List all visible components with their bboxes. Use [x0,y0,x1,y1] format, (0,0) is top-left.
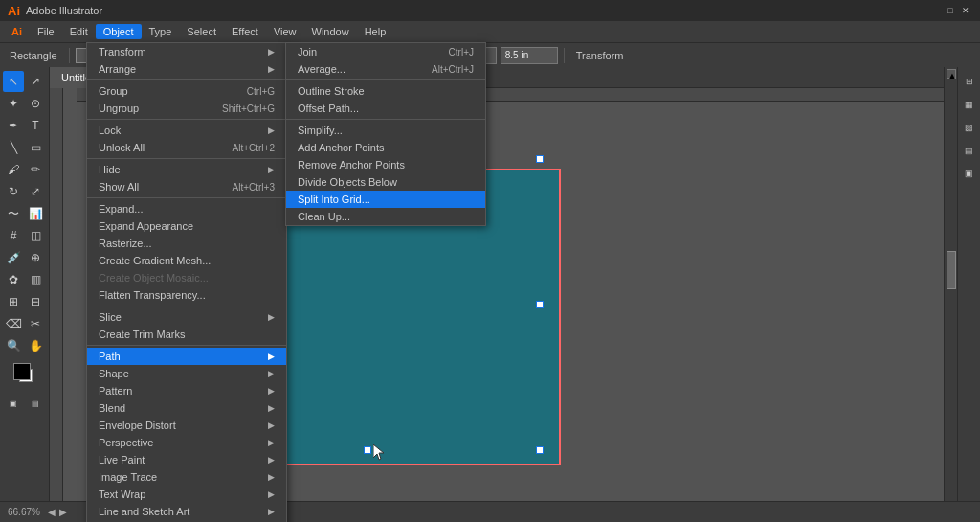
path-simplify[interactable]: Simplify... [286,122,485,139]
menu-perspective[interactable]: Perspective▶ [87,434,286,451]
lasso-tool[interactable]: ⊙ [25,93,46,114]
menu-transform[interactable]: Transform▶ [87,43,286,60]
menu-group[interactable]: GroupCtrl+G [87,82,286,100]
path-split-grid[interactable]: Split Into Grid... [286,191,485,208]
zoom-tool[interactable]: 🔍 [3,335,24,356]
menu-shape[interactable]: Shape▶ [87,365,286,382]
menu-expand-appearance[interactable]: Expand Appearance [87,217,286,235]
menu-image-trace[interactable]: Image Trace▶ [87,468,286,486]
path-dropdown: JoinCtrl+J Average...Alt+Ctrl+J Outline … [285,42,486,226]
tool-row: 〜 📊 [3,203,46,224]
close-button[interactable]: ✕ [959,4,972,17]
menu-live-paint[interactable]: Live Paint▶ [87,451,286,468]
slice-tool[interactable]: ⊟ [25,291,46,312]
rotate-tool[interactable]: ↻ [3,181,24,202]
menu-unlock-all[interactable]: Unlock AllAlt+Ctrl+2 [87,139,286,156]
panel-btn-4[interactable]: ▤ [959,140,980,161]
path-join[interactable]: JoinCtrl+J [286,43,485,60]
artboard-tool[interactable]: ⊞ [3,291,24,312]
pencil-tool[interactable]: ✏ [25,159,46,180]
vertical-scrollbar[interactable]: ▲ [944,67,957,501]
menu-trim-marks[interactable]: Create Trim Marks [87,326,286,343]
hand-tool[interactable]: ✋ [25,335,46,356]
tool-row: ↖ ↗ [3,71,46,92]
menu-hide[interactable]: Hide▶ [87,161,286,178]
path-clean-up[interactable]: Clean Up... [286,208,485,225]
menu-pattern[interactable]: Pattern▶ [87,382,286,399]
panel-btn-1[interactable]: ⊞ [959,71,980,92]
tool-row: ✒ T [3,115,46,136]
scroll-up-button[interactable]: ▲ [947,69,956,79]
nav-left[interactable]: ◀ [48,507,56,517]
path-add-anchor[interactable]: Add Anchor Points [286,139,485,156]
menu-show-all[interactable]: Show AllAlt+Ctrl+3 [87,178,286,195]
minimize-button[interactable]: — [928,4,942,17]
menu-path[interactable]: Path▶ [87,348,286,365]
menu-type[interactable]: Type [142,24,180,39]
selection-tool[interactable]: ↖ [3,71,24,92]
path-offset[interactable]: Offset Path... [286,100,485,117]
gradient-tool[interactable]: ◫ [25,225,46,246]
separator [87,306,286,306]
menu-object[interactable]: Object [96,24,142,39]
menu-ai[interactable]: Ai [4,24,30,39]
path-outline-stroke[interactable]: Outline Stroke [286,82,485,100]
blend-tool[interactable]: ⊕ [25,247,46,268]
menu-window[interactable]: Window [304,24,357,39]
scroll-thumb[interactable] [947,251,956,289]
stroke-mode[interactable]: ▤ [25,393,46,414]
menu-slice[interactable]: Slice▶ [87,308,286,326]
menu-arrange[interactable]: Arrange▶ [87,60,286,78]
symbol-tool[interactable]: ✿ [3,269,24,290]
menu-view[interactable]: View [266,24,304,39]
rect-tool[interactable]: ▭ [25,137,46,158]
panel-btn-3[interactable]: ▧ [959,117,980,138]
line-tool[interactable]: ╲ [3,137,24,158]
scale-tool[interactable]: ⤢ [25,181,46,202]
eyedropper-tool[interactable]: 💉 [3,247,24,268]
menu-blend[interactable]: Blend▶ [87,399,286,417]
panel-btn-2[interactable]: ▦ [959,94,980,115]
menu-lock[interactable]: Lock▶ [87,122,286,139]
selection-handle-br[interactable] [536,446,544,454]
warp-tool[interactable]: 〜 [3,203,24,224]
pen-tool[interactable]: ✒ [3,115,24,136]
direct-selection-tool[interactable]: ↗ [25,71,46,92]
foreground-color-box[interactable] [13,363,31,380]
selection-handle-mr[interactable] [536,301,544,308]
object-dropdown: Transform▶ Arrange▶ GroupCtrl+G UngroupS… [86,42,287,522]
menu-rasterize[interactable]: Rasterize... [87,235,286,252]
selection-handle-tr[interactable] [536,155,544,163]
menu-gradient-mesh[interactable]: Create Gradient Mesh... [87,252,286,269]
menu-line-sketch-art[interactable]: Line and Sketch Art▶ [87,503,286,520]
tool-row: 🖌 ✏ [3,159,46,180]
fill-mode[interactable]: ▣ [3,393,24,414]
menu-text-wrap[interactable]: Text Wrap▶ [87,486,286,503]
eraser-tool[interactable]: ⌫ [3,313,24,334]
panel-btn-5[interactable]: ▣ [959,163,980,184]
menu-select[interactable]: Select [179,24,224,39]
menu-flatten-transparency[interactable]: Flatten Transparency... [87,286,286,304]
menu-effect[interactable]: Effect [224,24,266,39]
type-tool[interactable]: T [25,115,46,136]
menu-help[interactable]: Help [357,24,394,39]
nav-right[interactable]: ▶ [59,507,67,517]
path-average[interactable]: Average...Alt+Ctrl+J [286,60,485,78]
menu-envelope-distort[interactable]: Envelope Distort▶ [87,417,286,434]
menu-file[interactable]: File [30,24,62,39]
maximize-button[interactable]: □ [944,4,957,17]
graph-tool[interactable]: 📊 [25,203,46,224]
menu-expand[interactable]: Expand... [87,200,286,217]
tool-row: 💉 ⊕ [3,247,46,268]
path-remove-anchor[interactable]: Remove Anchor Points [286,156,485,173]
paintbrush-tool[interactable]: 🖌 [3,159,24,180]
height-input[interactable] [501,47,558,64]
menu-ungroup[interactable]: UngroupShift+Ctrl+G [87,100,286,117]
path-divide-below[interactable]: Divide Objects Below [286,173,485,191]
menu-edit[interactable]: Edit [62,24,96,39]
magic-wand-tool[interactable]: ✦ [3,93,24,114]
column-graph-tool[interactable]: ▥ [25,269,46,290]
mesh-tool[interactable]: # [3,225,24,246]
scissors-tool[interactable]: ✂ [25,313,46,334]
selection-handle-bc[interactable] [364,446,371,454]
